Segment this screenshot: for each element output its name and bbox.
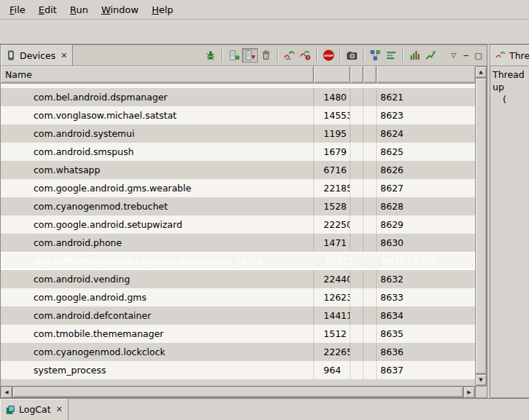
debug-process-button[interactable] bbox=[203, 48, 219, 63]
process-port: 8635 bbox=[377, 325, 475, 343]
tab-threads[interactable]: Threads bbox=[490, 45, 529, 66]
table-row[interactable]: com.android.vending 22440 8632 bbox=[1, 270, 475, 288]
devices-toolbar: STOP bbox=[203, 45, 487, 66]
horizontal-scrollbar-thumb[interactable] bbox=[12, 387, 463, 397]
process-port: 8628 bbox=[377, 197, 475, 215]
table-row[interactable]: com.cyanogenmod.trebuchet 1528 8628 bbox=[1, 197, 475, 215]
threads-message-line1: Thread up bbox=[493, 68, 528, 93]
status-col-2 bbox=[364, 234, 377, 252]
tab-devices[interactable]: Devices ✕ bbox=[1, 45, 73, 66]
tab-logcat[interactable]: LogCat ✕ bbox=[0, 399, 68, 420]
status-col-2 bbox=[364, 343, 377, 361]
process-name: com.whatsapp bbox=[1, 161, 314, 179]
process-port: 8631 / 8700 bbox=[378, 253, 474, 269]
status-col-1 bbox=[350, 88, 364, 106]
table-row[interactable]: com.google.android.gms 12623 8633 bbox=[1, 288, 475, 306]
threads-icon bbox=[495, 50, 506, 60]
update-threads-button[interactable] bbox=[281, 48, 297, 63]
table-row[interactable]: com.android.systemui 1195 8624 bbox=[1, 124, 475, 143]
menu-run[interactable]: Run bbox=[63, 1, 95, 18]
table-row[interactable]: com.bel.android.dspmanager 1480 8621 bbox=[1, 88, 475, 106]
status-col-1 bbox=[350, 124, 364, 143]
table-row[interactable]: com.tmobile.thememanager 1512 8635 bbox=[1, 325, 475, 343]
chevron-down-icon: ▽ bbox=[451, 52, 456, 59]
view-menu-button[interactable]: ▽ bbox=[447, 49, 460, 61]
toolbar-separator bbox=[340, 49, 341, 62]
stop-process-icon: STOP bbox=[323, 49, 334, 61]
status-col-1 bbox=[350, 325, 364, 343]
status-col-2 bbox=[364, 124, 377, 143]
horizontal-scrollbar[interactable]: ◀ ▶ bbox=[1, 386, 487, 397]
toolbar-separator bbox=[363, 49, 364, 62]
devices-panel: Devices ✕ bbox=[0, 44, 487, 398]
cause-gc-icon bbox=[260, 49, 272, 61]
status-col-1 bbox=[350, 215, 364, 234]
cause-gc-button[interactable] bbox=[258, 48, 274, 63]
table-row[interactable]: com.android.phone 1471 8630 bbox=[1, 234, 475, 252]
devices-table: Name com.bel.android.dspmanager 1480 862… bbox=[1, 66, 487, 386]
table-row[interactable]: org.sufficientlysecure.keychain:passphra… bbox=[1, 252, 475, 270]
column-header-2[interactable] bbox=[364, 66, 377, 83]
sysinfo-button[interactable] bbox=[407, 48, 423, 63]
process-name: org.sufficientlysecure.keychain:passphra… bbox=[2, 253, 316, 269]
tab-threads-label: Threads bbox=[509, 50, 529, 61]
process-name: com.cyanogenmod.trebuchet bbox=[1, 197, 314, 215]
process-pid: 14411 bbox=[314, 306, 350, 325]
table-row[interactable]: com.android.smspush 1679 8625 bbox=[1, 143, 475, 161]
status-col-2 bbox=[364, 88, 377, 106]
table-row[interactable]: com.cyanogenmod.lockclock 22265 8636 bbox=[1, 343, 475, 361]
status-col-1 bbox=[350, 197, 364, 215]
table-row[interactable]: com.vonglasow.michael.satstat 14553 8623 bbox=[1, 106, 475, 124]
process-pid: 1528 bbox=[314, 197, 350, 215]
threads-message: Thread up ( bbox=[490, 66, 529, 397]
column-header-1[interactable] bbox=[350, 66, 364, 83]
toolbar-separator bbox=[222, 49, 223, 62]
menu-help[interactable]: Help bbox=[145, 1, 180, 18]
vertical-scrollbar[interactable]: ▲ ▼ bbox=[475, 66, 487, 386]
column-header-pid[interactable] bbox=[314, 66, 350, 83]
threads-message-line2: ( bbox=[493, 93, 528, 106]
scroll-left-icon: ◀ bbox=[4, 389, 8, 395]
stop-label: STOP bbox=[324, 54, 334, 58]
menu-edit[interactable]: Edit bbox=[32, 1, 63, 18]
update-threads-icon bbox=[283, 49, 295, 61]
process-port: 8634 bbox=[377, 306, 475, 325]
table-row[interactable]: com.google.android.gms.wearable 22185 86… bbox=[1, 179, 475, 197]
scroll-right-button[interactable]: ▶ bbox=[463, 387, 475, 398]
table-row[interactable]: com.google.android.setupwizard 22250 862… bbox=[1, 215, 475, 234]
table-row[interactable]: com.android.defcontainer 14411 8634 bbox=[1, 306, 475, 325]
view-hierarchy-icon bbox=[369, 49, 381, 61]
table-row[interactable]: system_process 964 8637 bbox=[1, 361, 475, 379]
logcat-bar: LogCat ✕ bbox=[0, 398, 529, 420]
column-header-name[interactable]: Name bbox=[1, 66, 314, 83]
menu-window[interactable]: Window bbox=[95, 1, 145, 18]
maximize-button[interactable]: ▢ bbox=[472, 49, 485, 61]
update-heap-button[interactable] bbox=[226, 48, 242, 63]
pull-file-button[interactable] bbox=[423, 48, 439, 63]
method-profiling-button[interactable] bbox=[297, 48, 313, 63]
dump-hprof-button[interactable] bbox=[242, 48, 258, 63]
screen-capture-button[interactable] bbox=[344, 48, 360, 63]
scroll-up-button[interactable]: ▲ bbox=[475, 66, 487, 78]
status-col-2 bbox=[364, 179, 377, 197]
scroll-left-button[interactable]: ◀ bbox=[1, 387, 12, 398]
status-col-1 bbox=[350, 161, 364, 179]
status-col-2 bbox=[365, 253, 378, 269]
column-header-port[interactable] bbox=[377, 66, 475, 83]
close-icon[interactable]: ✕ bbox=[60, 51, 67, 60]
view-hierarchy-button[interactable] bbox=[367, 48, 383, 63]
process-name: com.vonglasow.michael.satstat bbox=[1, 106, 314, 124]
top-toolbar bbox=[0, 20, 529, 44]
minimize-button[interactable]: ─ bbox=[460, 49, 472, 61]
close-icon[interactable]: ✕ bbox=[56, 405, 63, 414]
table-row[interactable]: com.whatsapp 6716 8626 bbox=[1, 161, 475, 179]
scroll-right-icon: ▶ bbox=[467, 389, 471, 395]
stop-process-button[interactable]: STOP bbox=[321, 48, 337, 63]
systrace-button[interactable] bbox=[383, 48, 399, 63]
process-name: system_process bbox=[1, 361, 314, 379]
status-col-1 bbox=[350, 234, 364, 252]
vertical-scrollbar-thumb[interactable] bbox=[475, 78, 487, 374]
toolbar-separator bbox=[402, 49, 404, 62]
scroll-down-button[interactable]: ▼ bbox=[475, 374, 487, 386]
menu-file[interactable]: File bbox=[3, 1, 32, 18]
